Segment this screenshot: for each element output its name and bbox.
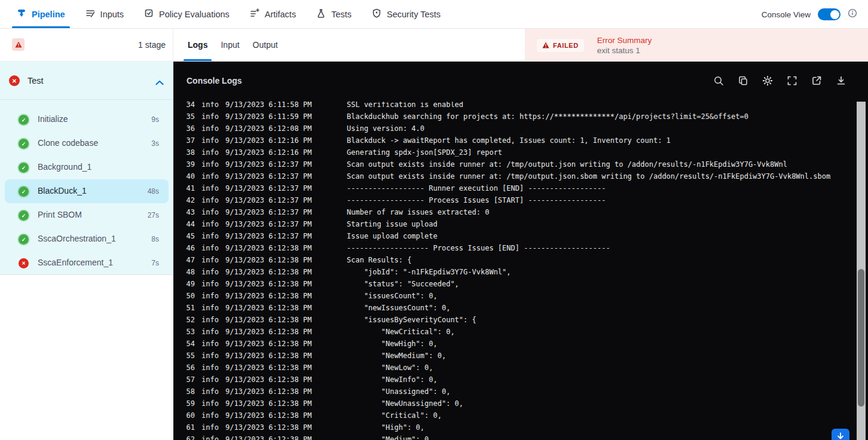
log-line: 39info9/13/2023 6:12:37 PMScan output ex… [173,158,868,170]
copy-icon[interactable] [738,75,748,86]
tab-security-tests[interactable]: Security Tests [372,0,441,28]
step-list: ✓Initialize9s✓Clone codebase3s✓Backgroun… [0,108,173,275]
log-message: Scan Results: { [347,254,411,266]
log-message: "Medium": 0, [347,433,433,440]
stage-count: 1 stage [138,40,166,50]
log-level: info [201,386,219,398]
success-icon: ✓ [19,115,29,125]
log-line: 57info9/13/2023 6:12:38 PM "NewInfo": 0, [173,374,868,386]
tab-pipeline[interactable]: Pipeline [17,0,65,28]
stage-header-test[interactable]: ✕ Test [0,62,173,100]
log-timestamp: 9/13/2023 6:12:16 PM [225,146,312,158]
step-item[interactable]: ✓Clone codebase3s [5,132,169,155]
step-name: Clone codebase [38,138,98,148]
step-name: SscaOrchestration_1 [38,234,116,243]
tab-label: Inputs [100,10,124,19]
step-duration: 7s [151,259,159,267]
tab-input[interactable]: Input [214,29,246,61]
log-line: 47info9/13/2023 6:12:38 PMScan Results: … [173,254,868,266]
search-icon[interactable] [713,75,724,86]
log-message: "Critical": 0, [347,410,442,421]
log-line-number: 45 [173,230,195,242]
log-timestamp: 9/13/2023 6:12:38 PM [225,254,312,266]
log-line-number: 54 [173,338,195,350]
step-name: Print SBOM [38,210,82,219]
log-message: Number of raw issues extracted: 0 [347,206,489,218]
console-toolbar [713,75,855,86]
log-line: 54info9/13/2023 6:12:38 PM "NewHigh": 0, [173,338,868,350]
fullscreen-icon[interactable] [787,75,797,86]
log-timestamp: 9/13/2023 6:11:58 PM [225,102,312,111]
top-navigation: Pipeline Inputs Policy Evaluations Artif… [0,0,868,29]
log-line: 61info9/13/2023 6:12:38 PM "High": 0, [173,421,868,433]
policy-evaluations-icon [144,8,154,20]
step-duration: 3s [151,139,159,148]
log-timestamp: 9/13/2023 6:12:37 PM [225,218,312,230]
log-line-number: 59 [173,398,195,410]
info-icon[interactable] [848,8,857,20]
log-level: info [201,182,219,194]
download-icon[interactable] [836,75,846,86]
log-line-number: 56 [173,362,195,374]
step-name: Initialize [38,114,68,124]
chevron-up-icon[interactable] [155,77,164,88]
log-timestamp: 9/13/2023 6:12:38 PM [225,386,312,398]
log-level: info [201,266,219,278]
log-line: 53info9/13/2023 6:12:38 PM "NewCritical"… [173,326,868,338]
log-line-number: 52 [173,314,195,326]
step-item[interactable]: ✓Initialize9s [5,108,169,132]
log-level: info [201,326,219,338]
log-line: 35info9/13/2023 6:11:59 PMBlackduckhub s… [173,111,868,123]
log-rows: 34info9/13/2023 6:11:58 PMSSL verificati… [173,102,868,440]
stage-panel: ✕ Test ✓Initialize9s✓Clone codebase3s✓Ba… [0,62,173,275]
tab-output[interactable]: Output [246,29,285,61]
log-timestamp: 9/13/2023 6:12:38 PM [225,398,312,410]
log-line-number: 53 [173,326,195,338]
log-timestamp: 9/13/2023 6:12:38 PM [225,302,312,314]
log-level: info [201,410,219,421]
tab-logs[interactable]: Logs [181,29,214,61]
step-item[interactable]: ✕SscaEnforcement_17s [5,251,169,275]
log-line-number: 38 [173,146,195,158]
vertical-scrollbar[interactable] [857,102,866,440]
failed-icon: ✕ [19,258,29,268]
log-line-number: 62 [173,433,195,440]
step-item[interactable]: ✓SscaOrchestration_18s [5,227,169,251]
tab-policy-evaluations[interactable]: Policy Evaluations [144,0,230,28]
log-timestamp: 9/13/2023 6:12:38 PM [225,290,312,302]
tests-icon [316,8,326,20]
step-item[interactable]: ✓BlackDuck_148s [5,179,169,203]
failed-icon: ✕ [9,75,20,86]
log-level: info [201,170,219,182]
settings-icon[interactable] [762,75,773,86]
log-timestamp: 9/13/2023 6:12:37 PM [225,194,312,206]
tab-inputs[interactable]: Inputs [85,0,124,28]
scroll-to-bottom-button[interactable] [832,429,849,440]
log-line: 59info9/13/2023 6:12:38 PM "NewUnassigne… [173,398,868,410]
log-message: Starting issue upload [347,218,438,230]
log-timestamp: 9/13/2023 6:12:38 PM [225,314,312,326]
log-message: "High": 0, [347,421,424,433]
tab-artifacts[interactable]: Artifacts [250,0,296,28]
log-line: 34info9/13/2023 6:11:58 PMSSL verificati… [173,102,868,111]
open-in-new-icon[interactable] [811,75,822,86]
tab-label: Logs [188,40,207,50]
log-level: info [201,290,219,302]
log-level: info [201,362,219,374]
log-message: Issue upload complete [347,230,438,242]
log-line: 56info9/13/2023 6:12:38 PM "NewLow": 0, [173,362,868,374]
log-level: info [201,314,219,326]
log-line-number: 34 [173,102,195,111]
toggle-knob [830,10,839,19]
step-item[interactable]: ✓Print SBOM27s [5,203,169,227]
success-icon: ✓ [19,139,29,149]
log-line-number: 61 [173,421,195,433]
log-line: 51info9/13/2023 6:12:38 PM "newIssuesCou… [173,302,868,314]
log-timestamp: 9/13/2023 6:12:38 PM [225,433,312,440]
log-line: 40info9/13/2023 6:12:37 PMScan output ex… [173,170,868,182]
console-view-toggle[interactable] [818,8,841,20]
scrollbar-thumb[interactable] [858,269,864,407]
failed-status-badge: FAILED [537,39,584,52]
step-item[interactable]: ✓Background_1 [5,155,169,179]
tab-tests[interactable]: Tests [316,0,352,28]
